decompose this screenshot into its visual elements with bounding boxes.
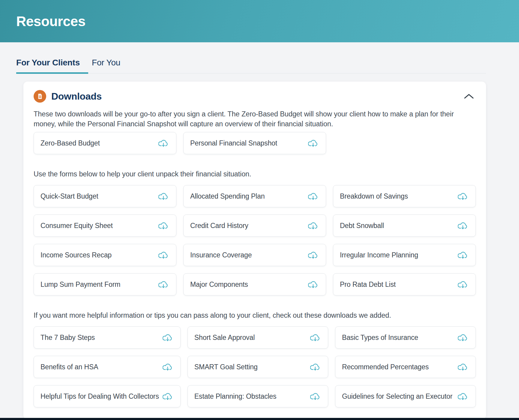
download-item-button[interactable]: Personal Financial Snapshot [183,132,326,154]
downloads-title: Downloads [51,91,462,102]
download-grid: The 7 Baby Steps Short Sale Approval [34,326,476,407]
tab-for-you[interactable]: For You [92,58,120,73]
download-item-label: Lump Sum Payment Form [40,280,120,289]
download-item-label: Benefits of an HSA [40,363,98,371]
download-item-label: Credit Card History [190,222,248,230]
tab-bar: For Your Clients For You [16,58,486,74]
downloads-intro: These two downloads will be your go-to a… [34,109,476,129]
download-item-label: Debt Snowball [340,222,384,230]
download-item-button[interactable]: Helpful Tips for Dealing With Collectors [34,385,181,407]
group-description: Use the forms below to help your client … [34,169,476,179]
cloud-download-icon [308,221,318,230]
download-item-label: Short Sale Approval [194,334,255,342]
download-item-label: Personal Financial Snapshot [190,139,277,147]
download-item-label: Irregular Income Planning [340,251,418,259]
download-item-button[interactable]: Zero-Based Budget [34,132,176,154]
download-item-button[interactable]: Estate Planning: Obstacles [188,385,328,407]
downloads-section-header: Downloads [34,90,476,103]
download-item-button[interactable]: Insurance Coverage [183,244,326,266]
cloud-download-icon [458,392,468,401]
cloud-download-icon [158,192,168,201]
download-item-label: Income Sources Recap [40,251,112,259]
download-item-label: Pro Rata Debt List [340,280,396,289]
cloud-download-icon [458,363,468,371]
cloud-download-icon [158,280,168,289]
download-item-label: Quick-Start Budget [40,192,98,200]
download-item-label: Recommended Percentages [342,363,429,371]
download-item-button[interactable]: Irregular Income Planning [333,244,476,266]
download-item-label: Breakdown of Savings [340,192,408,200]
cloud-download-icon [458,251,468,260]
download-item-button[interactable]: The 7 Baby Steps [34,326,181,349]
download-item-button[interactable]: Recommended Percentages [335,356,476,378]
download-item-button[interactable]: Consumer Equity Sheet [34,214,176,237]
download-item-label: SMART Goal Setting [194,363,258,371]
cloud-download-icon [308,251,318,260]
document-icon [34,90,46,103]
chevron-up-icon [463,93,475,100]
download-item-button[interactable]: Basic Types of Insurance [335,326,476,349]
cloud-download-icon [163,333,172,342]
collapse-section-button[interactable] [462,92,476,101]
download-item-label: Guidelines for Selecting an Executor [342,392,452,400]
cloud-download-icon [458,192,468,201]
download-item-button[interactable]: Short Sale Approval [188,326,328,349]
download-item-label: Basic Types of Insurance [342,334,418,342]
download-groups: Zero-Based Budget Personal Financial Sna… [34,132,476,407]
cloud-download-icon [308,192,318,201]
cloud-download-icon [163,363,172,371]
cloud-download-icon [458,221,468,230]
download-item-label: Estate Planning: Obstacles [194,392,277,400]
download-item-button[interactable]: Allocated Spending Plan [183,185,326,207]
cloud-download-icon [158,139,168,148]
downloads-section: Downloads These two downloads will be yo… [23,82,486,419]
download-item-button[interactable]: Benefits of an HSA [34,356,181,378]
bottom-edge-bar [0,418,519,420]
download-item-button[interactable]: Guidelines for Selecting an Executor [335,385,476,407]
cloud-download-icon [158,251,168,260]
content-area: For Your Clients For You Downloads [16,58,486,419]
download-item-button[interactable]: Pro Rata Debt List [333,273,476,296]
cloud-download-icon [458,333,468,342]
cloud-download-icon [310,363,320,371]
download-item-label: Major Components [190,280,248,289]
cloud-download-icon [308,280,318,289]
download-item-button[interactable]: Breakdown of Savings [333,185,476,207]
cloud-download-icon [158,221,168,230]
download-item-button[interactable]: Income Sources Recap [34,244,176,266]
download-grid: Quick-Start Budget Allocated Spending Pl… [34,185,476,296]
cloud-download-icon [458,280,468,289]
cloud-download-icon [163,392,172,401]
download-item-label: Consumer Equity Sheet [40,222,113,230]
download-item-button[interactable]: Major Components [183,273,326,296]
page-header: Resources [0,0,519,42]
download-item-button[interactable]: Quick-Start Budget [34,185,176,207]
download-item-label: Allocated Spending Plan [190,192,265,200]
cloud-download-icon [310,333,320,342]
download-item-button[interactable]: Lump Sum Payment Form [34,273,176,296]
download-item-label: Insurance Coverage [190,251,252,259]
download-item-button[interactable]: SMART Goal Setting [188,356,328,378]
download-item-button[interactable]: Debt Snowball [333,214,476,237]
cloud-download-icon [308,139,318,148]
tab-for-your-clients[interactable]: For Your Clients [16,58,80,73]
cloud-download-icon [310,392,320,401]
download-item-label: The 7 Baby Steps [40,334,95,342]
group-description: If you want more helpful information or … [34,310,476,320]
download-item-button[interactable]: Credit Card History [183,214,326,237]
page-title: Resources [16,13,86,29]
download-item-label: Helpful Tips for Dealing With Collectors [40,392,159,400]
download-item-label: Zero-Based Budget [40,139,100,147]
download-grid: Zero-Based Budget Personal Financial Sna… [34,132,476,154]
